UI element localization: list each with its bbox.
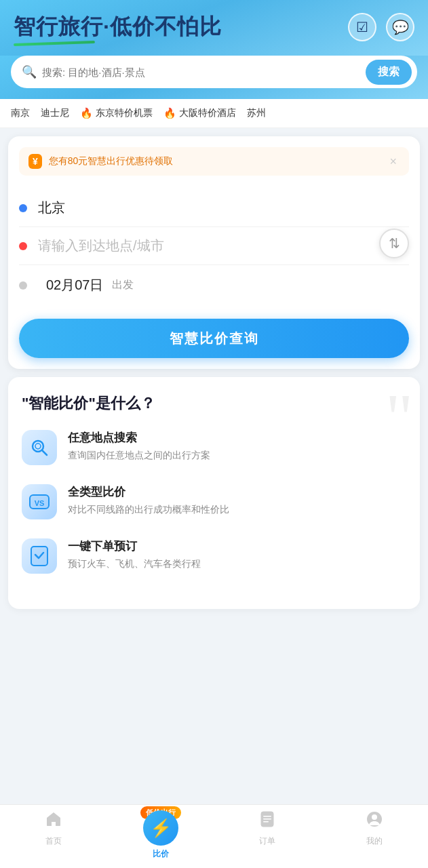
promo-close-button[interactable]: × [387,155,400,169]
to-dot [19,242,27,250]
calendar-icon: ☑ [356,19,368,35]
search-bar-wrap: 🔍 搜索 [0,56,428,99]
nav-orders-label: 订单 [259,835,275,847]
date-dot [19,281,27,290]
promo-banner: ¥ 您有80元智慧出行优惠待领取 × [19,147,409,176]
title-underline [14,41,95,46]
svg-point-14 [372,814,377,820]
nav-compare-wrap: 低价出行 ⚡ [143,810,178,848]
message-icon: 💬 [392,19,409,35]
tag-osaka[interactable]: 🔥 大阪特价酒店 [163,107,236,119]
fire-icon-1: 🔥 [80,107,93,119]
route-inputs: 北京 ⇅ 请输入到达地点/城市 02月07日 出发 [19,189,409,297]
search-button[interactable]: 搜索 [366,60,412,85]
svg-rect-11 [263,818,271,820]
message-icon-btn[interactable]: 💬 [386,13,414,41]
svg-rect-12 [263,821,269,823]
app-title: 智行旅行·低价不怕比 [14,12,222,42]
feature-order-text: 一键下单预订 预订火车、飞机、汽车各类行程 [68,538,201,571]
search-icon: 🔍 [22,64,37,79]
compare-icon: ⚡ [150,818,172,839]
from-city: 北京 [38,199,65,217]
feature-order: 一键下单预订 预订火车、飞机、汽车各类行程 [22,538,406,574]
feature-order-icon [22,538,57,574]
bottom-nav: 首页 低价出行 ⚡ 比价 订单 [0,804,428,868]
header: 智行旅行·低价不怕比 ☑ 💬 [0,0,428,56]
tag-suzhou[interactable]: 苏州 [247,107,266,119]
home-icon [45,810,62,833]
nav-profile[interactable]: 我的 [321,810,428,860]
feature-search: 任意地点搜索 查询国内任意地点之间的出行方案 [22,430,406,465]
nav-compare[interactable]: 低价出行 ⚡ 比价 [107,810,214,860]
header-icons: ☑ 💬 [348,13,414,41]
feature-compare-text: 全类型比价 对比不同线路的出行成功概率和性价比 [68,484,229,517]
to-placeholder: 请输入到达地点/城市 [38,237,164,255]
svg-point-2 [35,443,41,449]
search-input[interactable] [42,66,366,78]
nav-compare-label: 比价 [153,848,169,860]
main-booking-card: ¥ 您有80元智慧出行优惠待领取 × 北京 ⇅ 请输入到达地点/城市 02月07… [8,136,420,369]
feature-search-text: 任意地点搜索 查询国内任意地点之间的出行方案 [68,430,210,462]
nav-home-label: 首页 [45,835,62,847]
search-bar[interactable]: 🔍 搜索 [11,56,417,88]
tag-tokyo[interactable]: 🔥 东京特价机票 [80,107,153,119]
from-row[interactable]: 北京 [19,189,409,227]
tags-row: 南京 迪士尼 🔥 东京特价机票 🔥 大阪特价酒店 苏州 [0,99,428,128]
nav-home[interactable]: 首页 [0,810,107,860]
orders-icon [258,810,276,833]
nav-compare-bg: ⚡ [143,810,178,846]
nav-profile-label: 我的 [366,835,383,847]
depart-label: 出发 [112,278,134,292]
smart-search-button[interactable]: 智慧比价查询 [19,319,409,358]
feature-compare-icon: VS [22,484,57,519]
promo-text: 您有80元智慧出行优惠待领取 [49,155,387,167]
feature-compare: VS 全类型比价 对比不同线路的出行成功概率和性价比 [22,484,406,519]
tag-disney[interactable]: 迪士尼 [41,107,69,119]
svg-line-1 [42,450,47,455]
from-dot [19,204,27,212]
info-title: "智能比价"是什么？ [22,393,406,414]
tag-nanjing[interactable]: 南京 [11,107,30,119]
promo-yuan-icon: ¥ [28,154,42,169]
to-row[interactable]: 请输入到达地点/城市 [19,227,409,265]
svg-rect-10 [263,816,271,817]
date-row[interactable]: 02月07日 出发 [19,265,409,297]
profile-icon [366,810,383,833]
feature-search-icon [22,430,57,465]
fire-icon-2: 🔥 [163,107,176,119]
nav-orders[interactable]: 订单 [214,810,322,860]
svg-text:VS: VS [35,499,45,507]
departure-date: 02月07日 [46,276,104,294]
info-section: " "智能比价"是什么？ 任意地点搜索 查询国内任意地点之间的出行方案 VS 全… [8,377,420,609]
calendar-icon-btn[interactable]: ☑ [348,13,376,41]
